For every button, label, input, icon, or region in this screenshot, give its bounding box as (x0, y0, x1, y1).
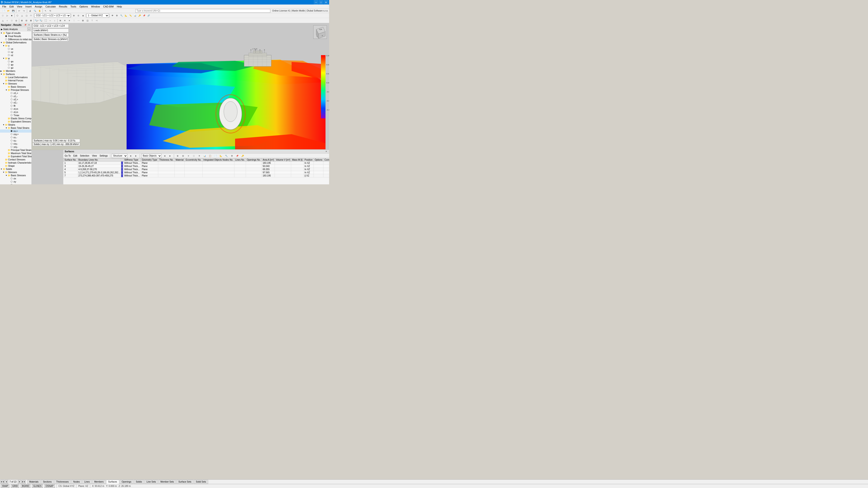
pan-button[interactable]: ✋ (37, 8, 42, 13)
bottom-tb4[interactable]: □ (192, 154, 196, 158)
tb-r12[interactable]: ↕ (53, 18, 57, 23)
col-surface-no[interactable]: Surface No. (64, 158, 78, 162)
tb-r10[interactable]: ⛶ (43, 18, 48, 23)
tree-ex-minus[interactable]: εx,- (0, 136, 31, 139)
tree-sigma-y[interactable]: σy (0, 180, 31, 183)
tree-members[interactable]: ▶ 📁 Members (0, 69, 31, 72)
bottom-panel-close[interactable]: ✕ (324, 150, 328, 153)
select-button[interactable]: ↖ (43, 8, 48, 13)
tree-sigma-tm1[interactable]: σt,m (0, 107, 31, 110)
col-openings[interactable]: Openings No. (246, 158, 261, 162)
tree-exy-plus[interactable]: εxy,+ (0, 133, 31, 136)
bottom-tb8[interactable]: 📄 (213, 154, 218, 158)
col-boundary[interactable]: Boundary Lines No. (77, 158, 121, 162)
bottom-tb7[interactable]: 📋 (208, 154, 213, 158)
tree-strains[interactable]: ▼ 📁 Strains (0, 123, 31, 126)
tree-ux[interactable]: ux (0, 47, 31, 51)
tb-r3[interactable]: □ (9, 18, 14, 23)
nav-close[interactable]: ✕ (27, 24, 31, 27)
bottom-tb13[interactable]: 🔑 (241, 154, 245, 158)
tree-sigma1minus[interactable]: σ1,- (0, 95, 31, 98)
tb-vis-1[interactable]: 👁 (110, 13, 115, 18)
structure-dropdown[interactable]: Structure (112, 154, 127, 158)
tb-vis-5[interactable]: 📏 (128, 13, 133, 18)
bottom-tb3[interactable]: ≡ (186, 154, 191, 158)
tb-r8[interactable]: 🔍+ (34, 18, 39, 23)
bottom-settings[interactable]: Settings (98, 154, 108, 158)
nav-pin[interactable]: 📌 (24, 24, 27, 27)
tree-uy[interactable]: uy (0, 51, 31, 54)
tree-sigma2plus[interactable]: σ2,+ (0, 98, 31, 101)
tb-5[interactable]: ⊕ (72, 13, 76, 18)
tree-principal-stresses[interactable]: ▼ 📁 Principal Stresses (0, 88, 31, 92)
menu-assign[interactable]: Assign (33, 4, 43, 8)
table-row[interactable]: 7 273,274,388,403-397,470-459,275 Withou… (64, 174, 329, 177)
tree-sigma1plus[interactable]: σ1,+ (0, 92, 31, 95)
save-button[interactable]: 💾 (11, 8, 16, 13)
menu-insert[interactable]: Insert (24, 4, 33, 8)
tree-isotropic[interactable]: 📁 Isotropic Characteristics (0, 161, 31, 164)
tb-vis-8[interactable]: 📌 (142, 13, 146, 18)
menu-tools[interactable]: Tools (69, 4, 78, 8)
menu-cad-bim[interactable]: CAD-BIM (102, 4, 115, 8)
table-row[interactable]: 3 19-26,36-45,27 Without Thick... Plane … (64, 165, 329, 168)
tree-phiy[interactable]: φy (0, 63, 31, 66)
close-button[interactable]: ✕ (324, 0, 328, 4)
new-button[interactable]: 📄 (1, 8, 6, 13)
bottom-tb1[interactable]: ⊕ (176, 154, 180, 158)
tree-equiv-stresses[interactable]: 📁 Equivalent Stresses (0, 120, 31, 123)
tree-elastic-stress[interactable]: 📁 Elastic Stress Components (0, 117, 31, 120)
tb-new[interactable]: □ (0, 13, 5, 18)
tb-vis-7[interactable]: 🔑 (137, 13, 142, 18)
tree-phiz[interactable]: φz (0, 66, 31, 69)
tree-surfaces[interactable]: ▼ 📁 Surfaces (0, 72, 31, 76)
tree-ex-plus[interactable]: εx,+ (0, 129, 31, 133)
col-material[interactable]: Material (175, 158, 185, 162)
tb-7[interactable]: ◈ (81, 13, 85, 18)
tree-differences[interactable]: Differences to initial state (0, 38, 31, 41)
col-thickness[interactable]: Thickness No. (158, 158, 175, 162)
tree-stresses[interactable]: ▼ 📁 Stresses (0, 82, 31, 85)
tree-basic-stresses[interactable]: 📁 Basic Stresses (0, 85, 31, 88)
tb-r5[interactable]: ⊞ (20, 18, 24, 23)
tb-vis-3[interactable]: 🔧 (119, 13, 124, 18)
static-analysis-row[interactable]: ▶ Static Analysis × (0, 27, 31, 31)
minimize-button[interactable]: ─ (314, 0, 318, 4)
tree-contact-stresses[interactable]: 📁 Contact Stresses (0, 158, 31, 161)
viewport[interactable]: CO2 - LC1 + LC2 + LC3 + LC4 Loads (kN/m²… (32, 23, 329, 184)
basic-objects-dropdown[interactable]: Basic Objects (141, 154, 162, 158)
tb-r21[interactable]: ⊣ (94, 18, 99, 23)
tb-1[interactable]: ⬡ (15, 13, 20, 18)
bottom-edit[interactable]: Edit (72, 154, 78, 158)
bottom-tb6[interactable]: 📊 (203, 154, 207, 158)
tree-sigma-x[interactable]: σx (0, 177, 31, 180)
tb-r14[interactable]: ✕ (63, 18, 67, 23)
col-nodes[interactable]: Integrated Objects Nodes No. (202, 158, 234, 162)
lc-combo[interactable]: CO2 - LC1 + LC2 + LC3 + LC4 (34, 13, 70, 18)
tree-phix[interactable]: φx (0, 60, 31, 63)
tb-r17[interactable]: ⋯ (76, 18, 81, 23)
tb-r15[interactable]: ≡ (67, 18, 72, 23)
tree-sigma-z[interactable]: σz (0, 183, 31, 184)
tree-uz[interactable]: uz (0, 54, 31, 57)
tb-r2[interactable]: ○ (5, 18, 9, 23)
tree-solid-stresses[interactable]: ▼ 📁 Stresses (0, 170, 31, 174)
tb-r18[interactable]: ⊞ (81, 18, 85, 23)
tree-sigma-tm2[interactable]: σt,m (0, 110, 31, 113)
tb-r9[interactable]: 🔍- (39, 18, 43, 23)
col-lines[interactable]: Lines No. (234, 158, 246, 162)
structure-prev[interactable]: ◄ (128, 154, 133, 158)
tree-local-deformations[interactable]: 📁 Local Deformations (0, 76, 31, 79)
tree-global-deformations[interactable]: ▼ 📁 Global Deformations (0, 41, 31, 44)
menu-options[interactable]: Options (78, 4, 89, 8)
bottom-goto[interactable]: Go To (64, 154, 72, 158)
print-button[interactable]: 🖨 (28, 8, 32, 13)
menu-calculate[interactable]: Calculate (44, 4, 57, 8)
structure-next[interactable]: ► (134, 154, 138, 158)
tree-u[interactable]: ▼ 📁 u (0, 44, 31, 47)
tree-gxy-minus[interactable]: γxy,- (0, 145, 31, 149)
tb-vis-4[interactable]: 📐 (124, 13, 128, 18)
tree-phi[interactable]: ▼ 📁 φ (0, 57, 31, 60)
col-position[interactable]: Position (304, 158, 314, 162)
tb-r13[interactable]: ⊕ (58, 18, 63, 23)
